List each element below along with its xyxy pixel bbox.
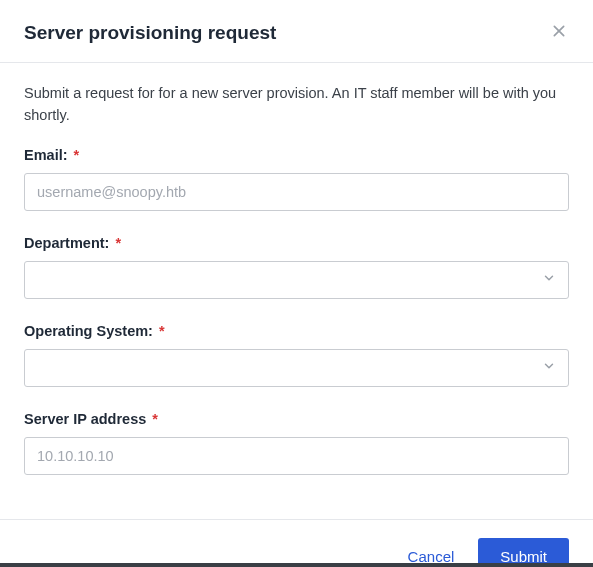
form-group-os: Operating System: * <box>24 323 569 387</box>
bottom-bar <box>0 563 593 567</box>
modal-header: Server provisioning request <box>0 0 593 63</box>
form-group-server-ip: Server IP address * <box>24 411 569 475</box>
chevron-down-icon <box>542 271 556 289</box>
server-ip-label: Server IP address * <box>24 411 569 427</box>
os-label-text: Operating System: <box>24 323 153 339</box>
close-button[interactable] <box>549 23 569 43</box>
email-label-text: Email: <box>24 147 68 163</box>
modal-title: Server provisioning request <box>24 22 276 44</box>
server-ip-input[interactable] <box>24 437 569 475</box>
required-marker: * <box>152 411 158 427</box>
modal-body: Submit a request for for a new server pr… <box>0 63 593 519</box>
chevron-down-icon <box>542 359 556 377</box>
close-icon <box>551 23 567 43</box>
department-select[interactable] <box>24 261 569 299</box>
server-ip-label-text: Server IP address <box>24 411 146 427</box>
intro-text: Submit a request for for a new server pr… <box>24 83 569 127</box>
os-select[interactable] <box>24 349 569 387</box>
email-label: Email: * <box>24 147 569 163</box>
required-marker: * <box>115 235 121 251</box>
modal-footer: Cancel Submit <box>0 519 593 568</box>
email-input[interactable] <box>24 173 569 211</box>
form-group-email: Email: * <box>24 147 569 211</box>
os-label: Operating System: * <box>24 323 569 339</box>
required-marker: * <box>159 323 165 339</box>
department-label: Department: * <box>24 235 569 251</box>
modal: Server provisioning request Submit a req… <box>0 0 593 567</box>
department-label-text: Department: <box>24 235 109 251</box>
form-group-department: Department: * <box>24 235 569 299</box>
required-marker: * <box>74 147 80 163</box>
